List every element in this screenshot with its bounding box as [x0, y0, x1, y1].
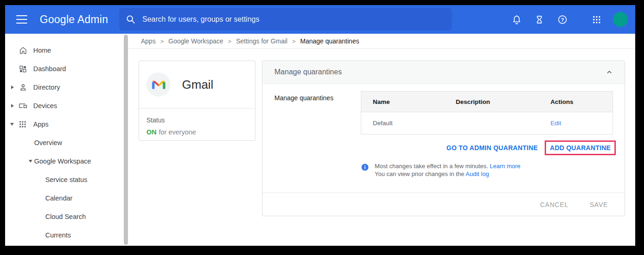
- edit-link[interactable]: Edit: [551, 120, 561, 127]
- main-content: Apps > Google Workspace > Settings for G…: [128, 34, 635, 246]
- expand-right-icon: [11, 85, 14, 89]
- search-input[interactable]: [142, 15, 445, 24]
- help-icon[interactable]: ?: [557, 14, 568, 25]
- quarantine-description-cell: [444, 112, 539, 134]
- quarantine-name-cell: Default: [361, 112, 444, 134]
- svg-text:?: ?: [561, 17, 564, 22]
- devices-icon: [18, 101, 33, 110]
- search-icon: [126, 14, 136, 24]
- dashboard-icon: [18, 65, 33, 73]
- add-quarantine-button[interactable]: ADD QUARANTINE: [550, 144, 611, 152]
- breadcrumb-current-page: Manage quarantines: [300, 37, 359, 45]
- panel-title: Manage quarantines: [274, 68, 605, 76]
- expand-down-icon: [10, 123, 14, 126]
- panel-footer: CANCEL SAVE: [262, 193, 625, 216]
- sidebar-item-overview[interactable]: Overview: [5, 134, 128, 152]
- column-header-name: Name: [361, 91, 444, 112]
- sidebar-item-currents[interactable]: Currents: [5, 226, 128, 244]
- panel-header[interactable]: Manage quarantines: [262, 61, 625, 84]
- cancel-button[interactable]: CANCEL: [540, 201, 569, 208]
- breadcrumb-separator: >: [292, 38, 296, 45]
- gmail-service-card: Gmail Status ONfor everyone: [139, 61, 255, 141]
- table-header-row: Name Description Actions: [361, 91, 613, 112]
- audit-log-link[interactable]: Audit log: [466, 170, 489, 177]
- manage-quarantines-panel: Manage quarantines Manage quarantines Na…: [262, 61, 625, 216]
- sidebar-item-label: Calendar: [45, 194, 73, 202]
- quarantine-table: Name Description Actions Default Edit: [361, 91, 613, 134]
- breadcrumb-separator: >: [160, 38, 164, 45]
- topbar-icon-cluster: ?: [511, 5, 628, 34]
- status-value: ON: [146, 128, 157, 136]
- column-header-description: Description: [444, 91, 539, 112]
- expand-right-icon: [11, 104, 14, 108]
- learn-more-link[interactable]: Learn more: [490, 163, 520, 170]
- column-header-actions: Actions: [539, 91, 613, 112]
- breadcrumb-apps[interactable]: Apps: [141, 37, 156, 45]
- hourglass-tasks-icon[interactable]: [534, 14, 545, 25]
- sidebar-item-label: Cloud Search: [45, 213, 86, 220]
- sidebar-item-directory[interactable]: Directory: [5, 78, 128, 97]
- sidebar-item-label: Devices: [33, 102, 57, 109]
- sidebar-item-label: Overview: [34, 139, 62, 146]
- apps-grid-icon: [18, 120, 33, 128]
- go-to-admin-quarantine-button[interactable]: GO TO ADMIN QUARANTINE: [446, 141, 538, 154]
- sidebar-item-label: Currents: [45, 231, 71, 239]
- info-line-1: Most changes take effect in a few minute…: [375, 163, 488, 170]
- expand-down-icon: [29, 160, 32, 163]
- sidebar-item-label: Dashboard: [33, 65, 66, 73]
- chevron-up-icon: [605, 68, 614, 76]
- notifications-bell-icon[interactable]: [511, 14, 522, 25]
- sidebar-item-dashboard[interactable]: Dashboard: [5, 60, 128, 78]
- search-bar[interactable]: [119, 8, 452, 30]
- service-name: Gmail: [182, 78, 213, 92]
- sidebar-item-apps[interactable]: Apps: [5, 115, 128, 134]
- status-scope: for everyone: [159, 128, 196, 136]
- sidebar-item-label: Google Workspace: [34, 158, 91, 165]
- sidebar-item-label: Service status: [45, 176, 87, 183]
- home-icon: [18, 46, 33, 55]
- info-line-2: You can view prior changes in the: [375, 170, 464, 177]
- admin-console-window: Google Admin ? Home: [5, 5, 635, 246]
- topbar: Google Admin ?: [5, 5, 635, 34]
- sidebar-item-label: Apps: [33, 121, 49, 128]
- sidebar-item-label: Home: [33, 47, 51, 54]
- breadcrumb-separator: >: [228, 38, 231, 45]
- annotation-highlight-box: ADD QUARANTINE: [545, 140, 616, 155]
- sidebar-item-label: Directory: [33, 84, 60, 91]
- breadcrumb: Apps > Google Workspace > Settings for G…: [128, 34, 635, 49]
- sidebar-item-service-status[interactable]: Service status: [5, 170, 128, 189]
- account-avatar[interactable]: [613, 12, 628, 27]
- status-label: Status: [146, 116, 248, 124]
- sidebar-item-devices[interactable]: Devices: [5, 97, 128, 115]
- save-button[interactable]: SAVE: [589, 201, 608, 208]
- brand-logo[interactable]: Google Admin: [40, 13, 108, 26]
- screenshot-frame: Google Admin ? Home: [0, 0, 644, 255]
- section-label: Manage quarantines: [274, 91, 361, 178]
- person-icon: [18, 83, 33, 92]
- sidebar-scrollbar[interactable]: [124, 35, 128, 245]
- info-icon: [361, 163, 369, 171]
- sidebar-item-calendar[interactable]: Calendar: [5, 189, 128, 207]
- sidebar-item-google-workspace[interactable]: Google Workspace: [5, 152, 128, 170]
- gmail-logo-icon: [146, 73, 170, 97]
- sidebar-item-cloud-search[interactable]: Cloud Search: [5, 207, 128, 226]
- breadcrumb-google-workspace[interactable]: Google Workspace: [169, 37, 224, 45]
- sidebar-nav: Home Dashboard Directory Devices Apps Ov…: [5, 34, 128, 246]
- table-row: Default Edit: [361, 112, 613, 134]
- breadcrumb-settings-for-gmail[interactable]: Settings for Gmail: [236, 37, 287, 45]
- sidebar-item-home[interactable]: Home: [5, 41, 128, 60]
- google-apps-grid-icon[interactable]: [591, 14, 602, 25]
- hamburger-menu-icon[interactable]: [16, 15, 27, 24]
